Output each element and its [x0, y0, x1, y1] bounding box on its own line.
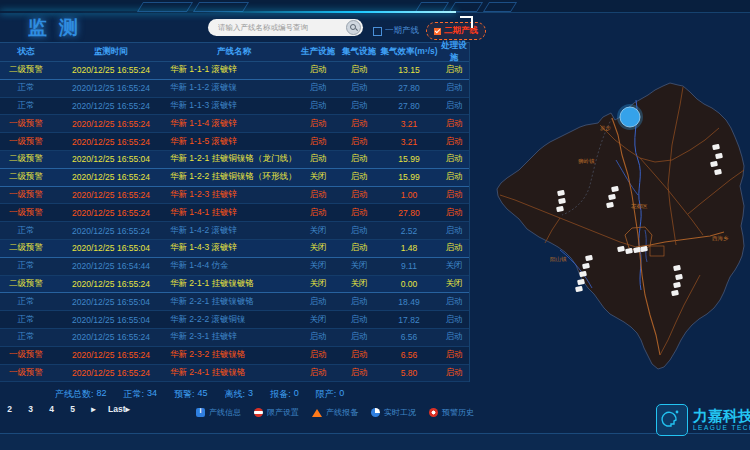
monitoring-dashboard: 监测 一期产线 二期产线 状态 监测时间 产线名称 生产设施 集气设施 集气效率… [0, 0, 750, 450]
legend-button-realtime-gauge[interactable]: 实时工况 [371, 407, 416, 418]
time-cell: 2020/12/25 16:55:04 [52, 315, 170, 325]
table-row[interactable]: 一级预警 2020/12/25 16:55:24 华新 1-2-3 挂镀锌 启动… [0, 187, 469, 205]
production-facility-cell: 启动 [298, 82, 338, 94]
legend-button-info-square[interactable]: 产线信息 [196, 407, 241, 418]
last-page-button[interactable]: Last▸ [104, 404, 134, 414]
site-marker-icon[interactable] [577, 279, 585, 285]
treatment-facility-cell: 启动 [438, 314, 470, 326]
line-name-cell: 华新 1-1-1 滚镀锌 [170, 64, 298, 76]
treatment-facility-cell: 启动 [438, 367, 470, 379]
efficiency-cell: 27.80 [380, 208, 438, 218]
time-cell: 2020/12/25 16:55:24 [52, 368, 170, 378]
table-row[interactable]: 一级预警 2020/12/25 16:55:24 华新 1-4-1 挂镀锌 启动… [0, 204, 469, 222]
line-name-cell: 华新 1-4-3 滚镀锌 [170, 242, 298, 254]
table-row[interactable]: 二级预警 2020/12/25 16:55:04 华新 1-2-1 挂镀铜镍铬（… [0, 151, 469, 169]
phase1-checkbox[interactable]: 一期产线 [373, 25, 419, 37]
line-name-cell: 华新 1-4-4 仿金 [170, 260, 298, 272]
status-cell: 一级预警 [0, 118, 52, 130]
legend-label: 限产设置 [267, 407, 299, 418]
site-marker-icon[interactable] [575, 286, 583, 292]
time-cell: 2020/12/25 16:55:24 [52, 83, 170, 93]
legend-button-alarm-history[interactable]: 预警历史 [429, 407, 474, 418]
time-cell: 2020/12/25 16:55:24 [52, 119, 170, 129]
production-facility-cell: 启动 [298, 64, 338, 76]
search-icon[interactable] [346, 20, 361, 35]
table-row[interactable]: 二级预警 2020/12/25 16:55:24 华新 2-1-1 挂镀镍镀铬 … [0, 276, 469, 294]
legend-label: 实时工况 [384, 407, 416, 418]
treatment-facility-cell: 关闭 [438, 278, 470, 290]
table-row[interactable]: 二级预警 2020/12/25 16:55:04 华新 1-4-3 滚镀锌 关闭… [0, 240, 469, 258]
table-row[interactable]: 正常 2020/12/25 16:55:24 华新 1-4-2 滚镀锌 关闭 启… [0, 222, 469, 240]
production-facility-cell: 启动 [298, 349, 338, 361]
efficiency-cell: 6.56 [380, 350, 438, 360]
treatment-facility-cell: 启动 [438, 64, 470, 76]
cluster-marker-icon[interactable] [620, 107, 640, 127]
production-facility-cell: 关闭 [298, 171, 338, 183]
summary-bar: 产线总数:82正常:34预警:45离线:3报备:0限产:0 [0, 386, 470, 402]
table-row[interactable]: 一级预警 2020/12/25 16:55:24 华新 1-1-5 滚镀锌 启动… [0, 133, 469, 151]
production-facility-cell: 启动 [298, 207, 338, 219]
pagination: 12345▸Last▸ [0, 404, 134, 414]
phase2-button[interactable]: 二期产线 [426, 22, 486, 40]
gas-facility-cell: 关闭 [338, 260, 380, 272]
gas-facility-cell: 启动 [338, 100, 380, 112]
table-body: 二级预警 2020/12/25 16:55:24 华新 1-1-1 滚镀锌 启动… [0, 62, 469, 382]
next-page-icon[interactable]: ▸ [83, 404, 104, 414]
gas-facility-cell: 启动 [338, 296, 380, 308]
efficiency-cell: 2.52 [380, 226, 438, 236]
table-row[interactable]: 一级预警 2020/12/25 16:55:24 华新 2-4-1 挂镀镍铬 启… [0, 365, 469, 383]
time-cell: 2020/12/25 16:55:24 [52, 279, 170, 289]
legend-label: 产线报备 [326, 407, 358, 418]
legend-button-limit-circle[interactable]: 限产设置 [254, 407, 299, 418]
line-name-cell: 华新 1-4-2 滚镀锌 [170, 225, 298, 237]
legend-button-report-triangle[interactable]: 产线报备 [312, 407, 358, 418]
line-name-cell: 华新 1-2-3 挂镀锌 [170, 189, 298, 201]
time-cell: 2020/12/25 16:55:24 [52, 332, 170, 342]
table-row[interactable]: 正常 2020/12/25 16:54:44 华新 1-4-4 仿金 关闭 关闭… [0, 258, 469, 276]
page-button[interactable]: 4 [41, 404, 62, 414]
production-facility-cell: 启动 [298, 296, 338, 308]
status-cell: 二级预警 [0, 153, 52, 165]
map-place-label: 西海乡 [712, 235, 729, 242]
table-row[interactable]: 正常 2020/12/25 16:55:24 华新 1-1-3 滚镀锌 启动 启… [0, 98, 469, 116]
table-row[interactable]: 正常 2020/12/25 16:55:24 华新 2-3-1 挂镀锌 启动 启… [0, 329, 469, 347]
column-header-gas: 集气设施 [338, 46, 380, 58]
map-landmass [497, 83, 744, 369]
table-row[interactable]: 正常 2020/12/25 16:55:04 华新 2-2-2 滚镀铜镍 关闭 … [0, 311, 469, 329]
time-cell: 2020/12/25 16:54:44 [52, 261, 170, 271]
status-cell: 二级预警 [0, 64, 52, 76]
page-button[interactable]: 2 [0, 404, 20, 414]
gas-facility-cell: 启动 [338, 349, 380, 361]
status-cell: 正常 [0, 314, 52, 326]
treatment-facility-cell: 启动 [438, 349, 470, 361]
line-name-cell: 华新 1-1-4 滚镀锌 [170, 118, 298, 130]
efficiency-cell: 13.15 [380, 65, 438, 75]
production-facility-cell: 关闭 [298, 225, 338, 237]
table-row[interactable]: 正常 2020/12/25 16:55:04 华新 2-2-1 挂镀镍镀铬 启动… [0, 293, 469, 311]
time-cell: 2020/12/25 16:55:04 [52, 297, 170, 307]
table-row[interactable]: 二级预警 2020/12/25 16:55:24 华新 1-1-1 滚镀锌 启动… [0, 62, 469, 80]
search-input[interactable] [216, 22, 346, 33]
production-facility-cell: 启动 [298, 100, 338, 112]
status-cell: 一级预警 [0, 189, 52, 201]
gas-facility-cell: 关闭 [338, 278, 380, 290]
status-cell: 一级预警 [0, 207, 52, 219]
line-name-cell: 华新 2-1-1 挂镀镍镀铬 [170, 278, 298, 290]
info-square-icon [196, 408, 205, 417]
treatment-facility-cell: 启动 [438, 242, 470, 254]
table-row[interactable]: 正常 2020/12/25 16:55:24 华新 1-1-2 滚镀镍 启动 启… [0, 80, 469, 98]
line-name-cell: 华新 2-3-1 挂镀锌 [170, 331, 298, 343]
page-button[interactable]: 5 [62, 404, 83, 414]
production-facility-cell: 关闭 [298, 242, 338, 254]
company-logo: 力嘉科技 LEAGUE TECH [656, 404, 750, 436]
bottom-strip [0, 433, 750, 450]
time-cell: 2020/12/25 16:55:24 [52, 208, 170, 218]
table-row[interactable]: 一级预警 2020/12/25 16:55:24 华新 2-3-2 挂镀镍铬 启… [0, 347, 469, 365]
production-facility-cell: 启动 [298, 367, 338, 379]
table-row[interactable]: 二级预警 2020/12/25 16:55:24 华新 1-2-2 挂镀铜镍铬（… [0, 169, 469, 187]
report-triangle-icon [312, 409, 322, 417]
page-button[interactable]: 3 [20, 404, 41, 414]
status-cell: 一级预警 [0, 349, 52, 361]
status-cell: 正常 [0, 82, 52, 94]
table-row[interactable]: 一级预警 2020/12/25 16:55:24 华新 1-1-4 滚镀锌 启动… [0, 115, 469, 133]
